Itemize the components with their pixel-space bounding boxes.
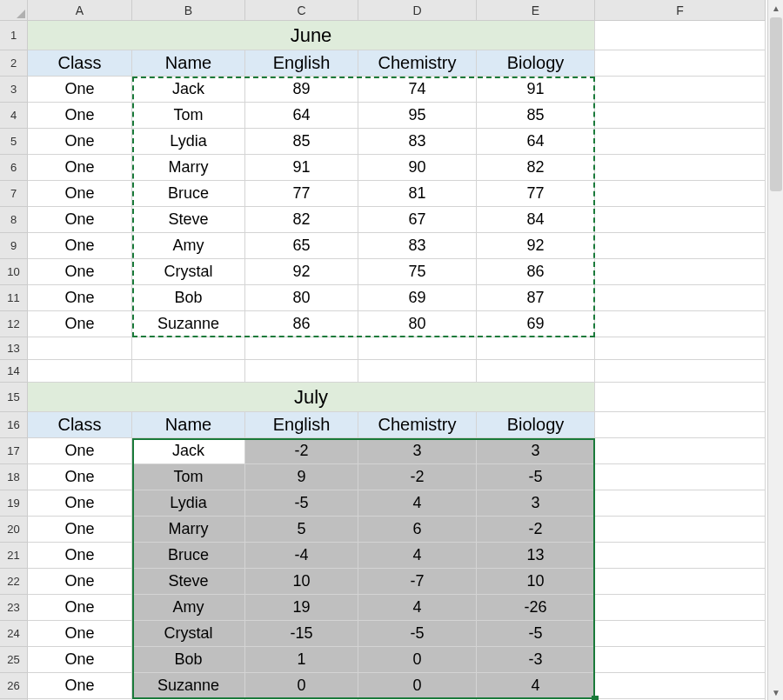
data-cell[interactable]: 77	[477, 181, 595, 207]
data-cell[interactable]: -4	[245, 543, 358, 569]
data-cell[interactable]: 86	[477, 259, 595, 285]
header-english[interactable]: English	[245, 50, 358, 77]
cell-blank[interactable]	[595, 383, 766, 412]
cell-blank[interactable]	[358, 360, 477, 383]
data-cell[interactable]: One	[28, 595, 132, 621]
data-cell[interactable]: One	[28, 438, 132, 464]
data-cell[interactable]: 3	[358, 438, 477, 464]
row-header-24[interactable]: 24	[0, 621, 28, 647]
data-cell[interactable]: -26	[477, 595, 595, 621]
data-cell[interactable]: Crystal	[132, 621, 245, 647]
cell-blank[interactable]	[595, 464, 766, 490]
cell-blank[interactable]	[28, 360, 132, 383]
cell-blank[interactable]	[595, 517, 766, 543]
data-cell[interactable]: 4	[358, 543, 477, 569]
title-july[interactable]: July	[28, 383, 595, 412]
cell-blank[interactable]	[595, 207, 766, 233]
cell-blank[interactable]	[595, 569, 766, 595]
data-cell[interactable]: 85	[477, 103, 595, 129]
data-cell[interactable]: -5	[477, 464, 595, 490]
data-cell[interactable]: One	[28, 233, 132, 259]
data-cell[interactable]: One	[28, 259, 132, 285]
cell-blank[interactable]	[595, 77, 766, 103]
data-cell[interactable]: 65	[245, 233, 358, 259]
data-cell[interactable]: Bob	[132, 647, 245, 673]
header-biology[interactable]: Biology	[477, 50, 595, 77]
cell-blank[interactable]	[595, 490, 766, 517]
row-header-17[interactable]: 17	[0, 438, 28, 464]
data-cell[interactable]: 95	[358, 103, 477, 129]
data-cell[interactable]: 67	[358, 207, 477, 233]
row-header-6[interactable]: 6	[0, 155, 28, 181]
data-cell[interactable]: 64	[245, 103, 358, 129]
data-cell[interactable]: -5	[245, 490, 358, 517]
data-cell[interactable]: Tom	[132, 103, 245, 129]
cell-blank[interactable]	[132, 360, 245, 383]
data-cell[interactable]: 64	[477, 129, 595, 155]
row-header-5[interactable]: 5	[0, 129, 28, 155]
scroll-thumb[interactable]	[770, 17, 782, 191]
data-cell[interactable]: 85	[245, 129, 358, 155]
row-header-2[interactable]: 2	[0, 50, 28, 77]
cell-blank[interactable]	[595, 181, 766, 207]
data-cell[interactable]: Suzanne	[132, 311, 245, 337]
row-header-22[interactable]: 22	[0, 569, 28, 595]
data-cell[interactable]: Bruce	[132, 181, 245, 207]
col-header-D[interactable]: D	[358, 0, 477, 21]
data-cell[interactable]: Marry	[132, 517, 245, 543]
data-cell[interactable]: 92	[477, 233, 595, 259]
data-cell[interactable]: One	[28, 673, 132, 699]
row-header-4[interactable]: 4	[0, 103, 28, 129]
data-cell[interactable]: 4	[358, 595, 477, 621]
data-cell[interactable]: One	[28, 543, 132, 569]
data-cell[interactable]: 0	[358, 673, 477, 699]
data-cell[interactable]: 19	[245, 595, 358, 621]
data-cell[interactable]: Bob	[132, 285, 245, 311]
row-header-19[interactable]: 19	[0, 490, 28, 517]
data-cell[interactable]: 87	[477, 285, 595, 311]
cell-blank[interactable]	[595, 50, 766, 77]
data-cell[interactable]: One	[28, 621, 132, 647]
row-header-16[interactable]: 16	[0, 412, 28, 438]
data-cell[interactable]: Tom	[132, 464, 245, 490]
data-cell[interactable]: One	[28, 569, 132, 595]
data-cell[interactable]: 3	[477, 490, 595, 517]
data-cell[interactable]: Crystal	[132, 259, 245, 285]
cell-blank[interactable]	[595, 337, 766, 360]
data-cell[interactable]: 77	[245, 181, 358, 207]
header-name[interactable]: Name	[132, 50, 245, 77]
data-cell[interactable]: Jack	[132, 438, 245, 464]
row-header-10[interactable]: 10	[0, 259, 28, 285]
data-cell[interactable]: Lydia	[132, 129, 245, 155]
data-cell[interactable]: 91	[245, 155, 358, 181]
data-cell[interactable]: 9	[245, 464, 358, 490]
data-cell[interactable]: 82	[245, 207, 358, 233]
cell-blank[interactable]	[595, 21, 766, 50]
data-cell[interactable]: 80	[358, 311, 477, 337]
row-header-3[interactable]: 3	[0, 77, 28, 103]
row-header-21[interactable]: 21	[0, 543, 28, 569]
data-cell[interactable]: 90	[358, 155, 477, 181]
col-header-E[interactable]: E	[477, 0, 595, 21]
data-cell[interactable]: 83	[358, 129, 477, 155]
scroll-up-icon[interactable]: ▲	[768, 0, 783, 16]
data-cell[interactable]: Jack	[132, 77, 245, 103]
row-header-11[interactable]: 11	[0, 285, 28, 311]
title-june[interactable]: June	[28, 21, 595, 50]
data-cell[interactable]: 6	[358, 517, 477, 543]
data-cell[interactable]: One	[28, 155, 132, 181]
data-cell[interactable]: 0	[358, 647, 477, 673]
data-cell[interactable]: -2	[477, 517, 595, 543]
data-cell[interactable]: One	[28, 490, 132, 517]
data-cell[interactable]: Marry	[132, 155, 245, 181]
data-cell[interactable]: 13	[477, 543, 595, 569]
header-name[interactable]: Name	[132, 412, 245, 438]
cell-blank[interactable]	[595, 155, 766, 181]
row-header-23[interactable]: 23	[0, 595, 28, 621]
col-header-F[interactable]: F	[595, 0, 766, 21]
cell-blank[interactable]	[28, 337, 132, 360]
data-cell[interactable]: 5	[245, 517, 358, 543]
data-cell[interactable]: -5	[358, 621, 477, 647]
cell-blank[interactable]	[477, 360, 595, 383]
cell-blank[interactable]	[595, 285, 766, 311]
